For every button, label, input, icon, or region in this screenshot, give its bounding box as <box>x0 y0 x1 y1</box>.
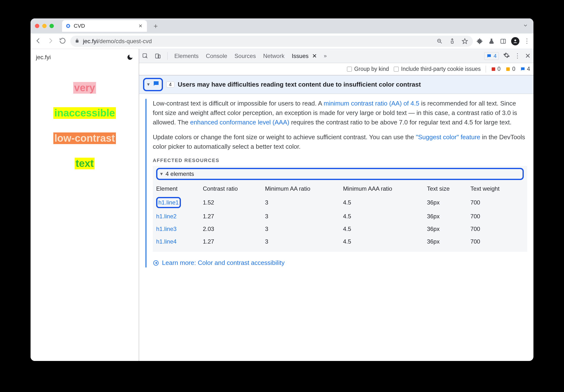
window-controls <box>35 24 54 28</box>
tab-title: CVD <box>74 23 136 29</box>
error-count[interactable]: 0 <box>491 66 501 72</box>
profile-avatar[interactable] <box>511 37 519 45</box>
element-link-highlight: h1.line1 <box>156 197 181 208</box>
element-link[interactable]: h1.line2 <box>156 213 177 220</box>
table-row: h1.line4 1.27 3 4.5 36px 700 <box>156 235 524 248</box>
svg-line-3 <box>440 42 441 43</box>
site-brand: jec.fyi <box>36 54 51 61</box>
issues-toolbar: Group by kind Include third-party cookie… <box>139 63 534 75</box>
col-contrast: Contrast ratio <box>203 182 265 195</box>
element-link[interactable]: h1.line4 <box>156 238 177 245</box>
col-element: Element <box>156 182 203 195</box>
link-aaa-level[interactable]: enhanced conformance level (AAA) <box>190 119 289 126</box>
element-link[interactable]: h1.line1 <box>158 198 179 207</box>
tab-network[interactable]: Network <box>262 52 285 60</box>
issue-count-chip: 4 <box>166 82 174 88</box>
url-host: jec.fyi/demo/cds-quest-cvd <box>83 38 152 45</box>
tab-close-button[interactable]: ✕ <box>138 23 143 29</box>
new-tab-button[interactable]: ＋ <box>152 21 159 30</box>
group-by-kind-checkbox[interactable]: Group by kind <box>347 66 389 72</box>
address-bar: jec.fyi/demo/cds-quest-cvd ⋮ <box>30 33 534 49</box>
link-aa-ratio[interactable]: minimum contrast ratio (AA) of 4.5 <box>324 100 419 107</box>
devtools-close-button[interactable]: ✕ <box>525 52 531 60</box>
inspect-icon[interactable] <box>142 53 148 59</box>
learn-more-icon <box>153 260 159 266</box>
affected-elements-table: Element Contrast ratio Minimum AA ratio … <box>156 182 524 248</box>
browser-toolbar-right: ⋮ <box>476 37 530 45</box>
tab-elements[interactable]: Elements <box>174 52 199 60</box>
demo-word-3: low-contrast <box>53 132 116 144</box>
expand-icon[interactable]: ▼ <box>146 82 151 87</box>
warning-count[interactable]: 0 <box>505 66 515 72</box>
third-party-checkbox[interactable]: Include third-party cookie issues <box>394 66 481 72</box>
issue-paragraph-2: Update colors or change the font size or… <box>153 132 527 151</box>
link-suggest-color[interactable]: "Suggest color" feature <box>416 133 480 141</box>
demo-word-2: inaccessible <box>53 107 116 119</box>
rendered-page: jec.fyi very inaccessible low-contrast t… <box>30 49 139 361</box>
labs-icon[interactable] <box>488 38 495 45</box>
learn-more-row: Learn more: Color and contrast accessibi… <box>153 258 527 267</box>
svg-point-1 <box>67 25 69 27</box>
messages-badge[interactable]: 4 <box>484 52 499 60</box>
affected-resources-box: ▼4 elements Element Contrast ratio Minim… <box>153 166 527 252</box>
affected-resources-heading: AFFECTED RESOURCES <box>153 157 527 164</box>
more-tabs-button[interactable]: » <box>324 53 327 59</box>
browser-window: CVD ✕ ＋ jec.fyi/demo/cds-qu <box>30 18 534 361</box>
browser-menu-button[interactable]: ⋮ <box>524 37 530 45</box>
tab-console[interactable]: Console <box>205 52 228 60</box>
table-row: h1.line2 1.27 3 4.5 36px 700 <box>156 210 524 223</box>
lock-icon <box>75 38 80 45</box>
window-minimize-button[interactable] <box>42 24 47 28</box>
tab-issues-close-icon[interactable]: ✕ <box>311 53 317 59</box>
window-zoom-button[interactable] <box>49 24 54 28</box>
elements-toggle[interactable]: ▼4 elements <box>159 169 194 178</box>
extensions-icon[interactable] <box>476 38 483 45</box>
issue-paragraph-1: Low-contrast text is difficult or imposs… <box>153 99 527 127</box>
url-bar[interactable]: jec.fyi/demo/cds-quest-cvd <box>70 36 473 47</box>
element-link[interactable]: h1.line3 <box>156 225 177 232</box>
window-close-button[interactable] <box>35 24 39 28</box>
sidepanel-icon[interactable] <box>499 38 507 45</box>
learn-more-link[interactable]: Learn more: Color and contrast accessibi… <box>162 258 285 267</box>
issue-title: Users may have difficulties reading text… <box>178 81 421 88</box>
content-area: jec.fyi very inaccessible low-contrast t… <box>30 49 534 361</box>
nav-forward-button[interactable] <box>46 37 55 45</box>
col-aaa: Minimum AAA ratio <box>343 182 427 195</box>
issue-header[interactable]: ▼ 4 Users may have difficulties reading … <box>139 75 534 94</box>
table-row: h1.line3 2.03 3 4.5 36px 700 <box>156 223 524 235</box>
settings-icon[interactable] <box>503 52 510 60</box>
elements-toggle-highlight: ▼4 elements <box>156 168 524 180</box>
svg-rect-13 <box>492 67 495 71</box>
issue-expand-highlight: ▼ <box>143 78 163 91</box>
svg-rect-7 <box>501 39 506 43</box>
issue-body: Low-contrast text is difficult or imposs… <box>139 94 534 274</box>
devtools-panel: Elements Console Sources Network Issues … <box>139 49 534 361</box>
nav-back-button[interactable] <box>34 37 43 45</box>
zoom-icon[interactable] <box>436 38 443 45</box>
svg-marker-6 <box>462 39 468 44</box>
issue-kind-icon <box>152 80 160 89</box>
devtools-tabs: Elements Console Sources Network Issues … <box>139 49 534 63</box>
col-size: Text size <box>427 182 470 195</box>
nav-reload-button[interactable] <box>58 37 67 45</box>
bookmark-icon[interactable] <box>461 38 468 45</box>
browser-tab[interactable]: CVD ✕ <box>62 20 147 32</box>
demo-word-1: very <box>73 82 96 94</box>
tab-favicon-icon <box>66 23 71 29</box>
demo-word-4: text <box>75 158 95 169</box>
col-aa: Minimum AA ratio <box>265 182 343 195</box>
tab-sources[interactable]: Sources <box>234 52 256 60</box>
share-icon[interactable] <box>449 38 456 45</box>
info-count[interactable]: 4 <box>520 66 530 72</box>
svg-point-9 <box>514 39 516 41</box>
tab-strip: CVD ✕ ＋ <box>30 18 534 33</box>
table-row: h1.line1 1.52 3 4.5 36px 700 <box>156 195 524 210</box>
tab-issues[interactable]: Issues ✕ <box>291 52 317 60</box>
tab-overflow-button[interactable] <box>523 23 530 29</box>
svg-rect-14 <box>506 67 510 71</box>
col-weight: Text weight <box>470 182 524 195</box>
device-mode-icon[interactable] <box>155 53 161 59</box>
devtools-menu-button[interactable]: ⋮ <box>514 52 521 60</box>
issue-indent-bar <box>146 99 146 267</box>
theme-toggle-icon[interactable] <box>126 54 133 61</box>
